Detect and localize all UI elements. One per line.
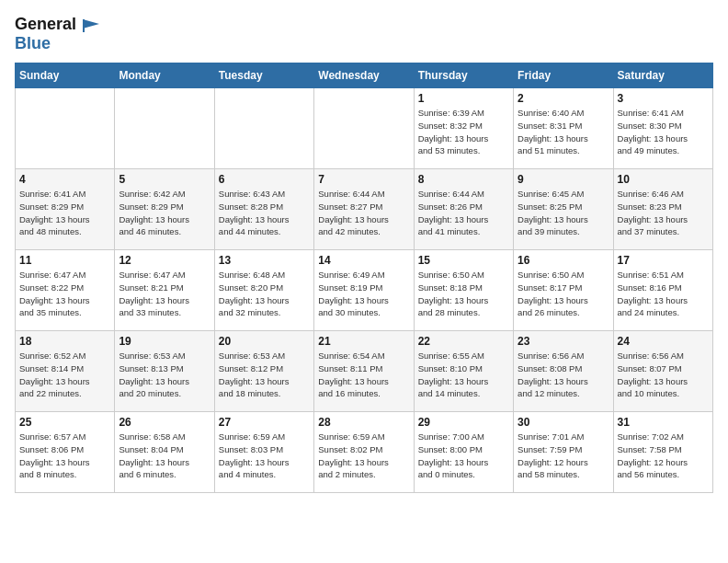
- calendar-cell: 16Sunrise: 6:50 AM Sunset: 8:17 PM Dayli…: [514, 250, 613, 331]
- day-info: Sunrise: 6:48 AM Sunset: 8:20 PM Dayligh…: [219, 269, 310, 319]
- calendar-cell: 22Sunrise: 6:55 AM Sunset: 8:10 PM Dayli…: [414, 331, 513, 412]
- day-number: 11: [19, 254, 110, 267]
- calendar-cell: 13Sunrise: 6:48 AM Sunset: 8:20 PM Dayli…: [214, 250, 313, 331]
- calendar-cell: 2Sunrise: 6:40 AM Sunset: 8:31 PM Daylig…: [514, 88, 613, 169]
- calendar-cell: 1Sunrise: 6:39 AM Sunset: 8:32 PM Daylig…: [414, 88, 513, 169]
- day-number: 12: [119, 254, 210, 267]
- calendar-cell: 6Sunrise: 6:43 AM Sunset: 8:28 PM Daylig…: [214, 169, 313, 250]
- day-number: 20: [219, 335, 310, 348]
- day-info: Sunrise: 7:02 AM Sunset: 7:58 PM Dayligh…: [618, 431, 709, 481]
- day-info: Sunrise: 6:44 AM Sunset: 8:26 PM Dayligh…: [418, 188, 509, 238]
- day-number: 24: [618, 335, 709, 348]
- day-info: Sunrise: 6:56 AM Sunset: 8:08 PM Dayligh…: [518, 350, 609, 400]
- calendar-cell: 24Sunrise: 6:56 AM Sunset: 8:07 PM Dayli…: [613, 331, 712, 412]
- col-header-wednesday: Wednesday: [314, 63, 414, 88]
- calendar-cell: 28Sunrise: 6:59 AM Sunset: 8:02 PM Dayli…: [314, 412, 414, 493]
- day-info: Sunrise: 6:41 AM Sunset: 8:29 PM Dayligh…: [19, 188, 110, 238]
- day-info: Sunrise: 6:50 AM Sunset: 8:17 PM Dayligh…: [518, 269, 609, 319]
- calendar-cell: 31Sunrise: 7:02 AM Sunset: 7:58 PM Dayli…: [613, 412, 712, 493]
- calendar-cell: 29Sunrise: 7:00 AM Sunset: 8:00 PM Dayli…: [414, 412, 513, 493]
- day-info: Sunrise: 6:41 AM Sunset: 8:30 PM Dayligh…: [618, 107, 709, 157]
- calendar-cell: 17Sunrise: 6:51 AM Sunset: 8:16 PM Dayli…: [613, 250, 712, 331]
- calendar-cell: [115, 88, 214, 169]
- calendar-cell: 19Sunrise: 6:53 AM Sunset: 8:13 PM Dayli…: [115, 331, 214, 412]
- day-number: 17: [618, 254, 709, 267]
- day-info: Sunrise: 6:47 AM Sunset: 8:21 PM Dayligh…: [119, 269, 210, 319]
- day-number: 1: [418, 92, 509, 105]
- calendar-cell: [314, 88, 414, 169]
- day-info: Sunrise: 6:47 AM Sunset: 8:22 PM Dayligh…: [19, 269, 110, 319]
- day-number: 6: [219, 173, 310, 186]
- day-info: Sunrise: 6:53 AM Sunset: 8:12 PM Dayligh…: [219, 350, 310, 400]
- day-number: 2: [518, 92, 609, 105]
- svg-rect-1: [83, 19, 85, 32]
- col-header-sunday: Sunday: [16, 63, 115, 88]
- logo-general: General: [15, 15, 76, 33]
- day-number: 3: [618, 92, 709, 105]
- day-info: Sunrise: 6:42 AM Sunset: 8:29 PM Dayligh…: [119, 188, 210, 238]
- day-number: 22: [418, 335, 509, 348]
- calendar-cell: 10Sunrise: 6:46 AM Sunset: 8:23 PM Dayli…: [613, 169, 712, 250]
- day-info: Sunrise: 6:58 AM Sunset: 8:04 PM Dayligh…: [119, 431, 210, 481]
- calendar-cell: 3Sunrise: 6:41 AM Sunset: 8:30 PM Daylig…: [613, 88, 712, 169]
- calendar-cell: 14Sunrise: 6:49 AM Sunset: 8:19 PM Dayli…: [314, 250, 414, 331]
- logo-flag-icon: [83, 19, 99, 32]
- day-info: Sunrise: 6:40 AM Sunset: 8:31 PM Dayligh…: [518, 107, 609, 157]
- day-number: 15: [418, 254, 509, 267]
- calendar-cell: 11Sunrise: 6:47 AM Sunset: 8:22 PM Dayli…: [16, 250, 115, 331]
- day-info: Sunrise: 6:59 AM Sunset: 8:03 PM Dayligh…: [219, 431, 310, 481]
- day-number: 9: [518, 173, 609, 186]
- calendar-cell: 25Sunrise: 6:57 AM Sunset: 8:06 PM Dayli…: [16, 412, 115, 493]
- calendar-cell: 5Sunrise: 6:42 AM Sunset: 8:29 PM Daylig…: [115, 169, 214, 250]
- calendar-cell: 26Sunrise: 6:58 AM Sunset: 8:04 PM Dayli…: [115, 412, 214, 493]
- calendar-cell: 4Sunrise: 6:41 AM Sunset: 8:29 PM Daylig…: [16, 169, 115, 250]
- calendar-cell: 23Sunrise: 6:56 AM Sunset: 8:08 PM Dayli…: [514, 331, 613, 412]
- col-header-saturday: Saturday: [613, 63, 712, 88]
- calendar-cell: 7Sunrise: 6:44 AM Sunset: 8:27 PM Daylig…: [314, 169, 414, 250]
- day-info: Sunrise: 6:53 AM Sunset: 8:13 PM Dayligh…: [119, 350, 210, 400]
- day-number: 7: [318, 173, 409, 186]
- day-info: Sunrise: 6:52 AM Sunset: 8:14 PM Dayligh…: [19, 350, 110, 400]
- calendar-cell: 9Sunrise: 6:45 AM Sunset: 8:25 PM Daylig…: [514, 169, 613, 250]
- day-info: Sunrise: 6:44 AM Sunset: 8:27 PM Dayligh…: [318, 188, 409, 238]
- calendar-cell: [214, 88, 313, 169]
- day-number: 5: [119, 173, 210, 186]
- day-number: 30: [518, 416, 609, 429]
- day-info: Sunrise: 6:55 AM Sunset: 8:10 PM Dayligh…: [418, 350, 509, 400]
- logo-blue: Blue: [15, 34, 51, 52]
- day-info: Sunrise: 6:59 AM Sunset: 8:02 PM Dayligh…: [318, 431, 409, 481]
- calendar-cell: 8Sunrise: 6:44 AM Sunset: 8:26 PM Daylig…: [414, 169, 513, 250]
- calendar-cell: [16, 88, 115, 169]
- day-info: Sunrise: 6:43 AM Sunset: 8:28 PM Dayligh…: [219, 188, 310, 238]
- svg-marker-0: [83, 19, 99, 29]
- day-info: Sunrise: 6:39 AM Sunset: 8:32 PM Dayligh…: [418, 107, 509, 157]
- day-info: Sunrise: 6:51 AM Sunset: 8:16 PM Dayligh…: [618, 269, 709, 319]
- col-header-thursday: Thursday: [414, 63, 513, 88]
- day-info: Sunrise: 7:00 AM Sunset: 8:00 PM Dayligh…: [418, 431, 509, 481]
- day-number: 8: [418, 173, 509, 186]
- calendar-cell: 18Sunrise: 6:52 AM Sunset: 8:14 PM Dayli…: [16, 331, 115, 412]
- day-info: Sunrise: 7:01 AM Sunset: 7:59 PM Dayligh…: [518, 431, 609, 481]
- calendar-cell: 21Sunrise: 6:54 AM Sunset: 8:11 PM Dayli…: [314, 331, 414, 412]
- day-number: 31: [618, 416, 709, 429]
- calendar-table: SundayMondayTuesdayWednesdayThursdayFrid…: [15, 63, 713, 493]
- day-info: Sunrise: 6:46 AM Sunset: 8:23 PM Dayligh…: [618, 188, 709, 238]
- day-info: Sunrise: 6:54 AM Sunset: 8:11 PM Dayligh…: [318, 350, 409, 400]
- col-header-monday: Monday: [115, 63, 214, 88]
- day-number: 4: [19, 173, 110, 186]
- day-info: Sunrise: 6:50 AM Sunset: 8:18 PM Dayligh…: [418, 269, 509, 319]
- logo: General Blue: [15, 15, 99, 53]
- day-number: 23: [518, 335, 609, 348]
- day-number: 26: [119, 416, 210, 429]
- calendar-cell: 30Sunrise: 7:01 AM Sunset: 7:59 PM Dayli…: [514, 412, 613, 493]
- day-info: Sunrise: 6:56 AM Sunset: 8:07 PM Dayligh…: [618, 350, 709, 400]
- day-number: 10: [618, 173, 709, 186]
- day-number: 21: [318, 335, 409, 348]
- day-info: Sunrise: 6:49 AM Sunset: 8:19 PM Dayligh…: [318, 269, 409, 319]
- day-info: Sunrise: 6:57 AM Sunset: 8:06 PM Dayligh…: [19, 431, 110, 481]
- day-number: 29: [418, 416, 509, 429]
- day-number: 25: [19, 416, 110, 429]
- day-number: 13: [219, 254, 310, 267]
- day-number: 14: [318, 254, 409, 267]
- day-info: Sunrise: 6:45 AM Sunset: 8:25 PM Dayligh…: [518, 188, 609, 238]
